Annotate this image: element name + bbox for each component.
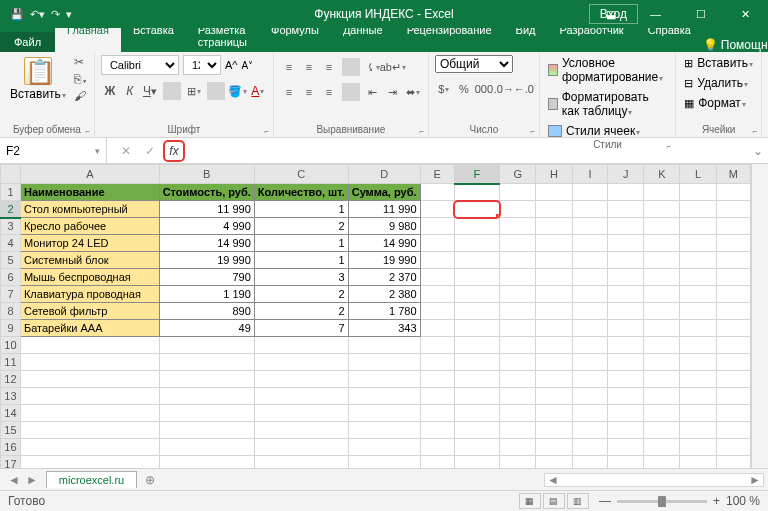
- cell-A13[interactable]: [20, 388, 159, 405]
- cell-E13[interactable]: [420, 388, 454, 405]
- row-header-16[interactable]: 16: [1, 439, 21, 456]
- format-painter-icon[interactable]: 🖌: [74, 89, 88, 103]
- cell-M14[interactable]: [716, 405, 751, 422]
- cell-F11[interactable]: [454, 354, 499, 371]
- cell-K17[interactable]: [644, 456, 680, 469]
- cell-K2[interactable]: [644, 201, 680, 218]
- cell-D16[interactable]: [348, 439, 420, 456]
- cell-F8[interactable]: [454, 303, 499, 320]
- cell-B4[interactable]: 14 990: [159, 235, 254, 252]
- cell-C12[interactable]: [254, 371, 348, 388]
- row-header-17[interactable]: 17: [1, 456, 21, 469]
- cell-J12[interactable]: [608, 371, 644, 388]
- cancel-formula-icon[interactable]: ✕: [115, 140, 137, 162]
- cell-H14[interactable]: [536, 405, 572, 422]
- cell-M2[interactable]: [716, 201, 751, 218]
- cell-M4[interactable]: [716, 235, 751, 252]
- name-box[interactable]: F2▾: [0, 138, 107, 163]
- row-header-13[interactable]: 13: [1, 388, 21, 405]
- cell-C7[interactable]: 2: [254, 286, 348, 303]
- decrease-decimal-icon[interactable]: ←.0: [515, 80, 533, 98]
- cell-C2[interactable]: 1: [254, 201, 348, 218]
- cell-K16[interactable]: [644, 439, 680, 456]
- row-header-3[interactable]: 3: [1, 218, 21, 235]
- cell-I15[interactable]: [572, 422, 608, 439]
- cell-I14[interactable]: [572, 405, 608, 422]
- cell-C11[interactable]: [254, 354, 348, 371]
- cell-H3[interactable]: [536, 218, 572, 235]
- col-header-A[interactable]: A: [20, 165, 159, 184]
- cell-I17[interactable]: [572, 456, 608, 469]
- col-header-G[interactable]: G: [500, 165, 536, 184]
- select-all-corner[interactable]: [1, 165, 21, 184]
- cell-F6[interactable]: [454, 269, 499, 286]
- cell-E14[interactable]: [420, 405, 454, 422]
- cell-E5[interactable]: [420, 252, 454, 269]
- cell-D13[interactable]: [348, 388, 420, 405]
- cell-A2[interactable]: Стол компьютерный: [20, 201, 159, 218]
- format-as-table-button[interactable]: Форматировать как таблицу: [546, 89, 669, 119]
- cell-M3[interactable]: [716, 218, 751, 235]
- cell-L14[interactable]: [680, 405, 716, 422]
- cell-F13[interactable]: [454, 388, 499, 405]
- row-header-9[interactable]: 9: [1, 320, 21, 337]
- page-break-view-icon[interactable]: ▥: [567, 493, 589, 509]
- zoom-out-icon[interactable]: —: [599, 494, 611, 508]
- font-size-select[interactable]: 12: [183, 55, 221, 75]
- cell-A6[interactable]: Мышь беспроводная: [20, 269, 159, 286]
- cell-K15[interactable]: [644, 422, 680, 439]
- vertical-scrollbar[interactable]: [751, 164, 768, 468]
- cell-L4[interactable]: [680, 235, 716, 252]
- expand-formula-bar-icon[interactable]: ⌄: [748, 144, 768, 158]
- cell-F15[interactable]: [454, 422, 499, 439]
- cell-G7[interactable]: [500, 286, 536, 303]
- cell-K7[interactable]: [644, 286, 680, 303]
- indent-right-icon[interactable]: ⇥: [384, 83, 402, 101]
- col-header-D[interactable]: D: [348, 165, 420, 184]
- cell-styles-button[interactable]: Стили ячеек: [546, 123, 642, 139]
- col-header-M[interactable]: M: [716, 165, 751, 184]
- cell-H15[interactable]: [536, 422, 572, 439]
- cell-B10[interactable]: [159, 337, 254, 354]
- cell-K8[interactable]: [644, 303, 680, 320]
- cell-M12[interactable]: [716, 371, 751, 388]
- cell-E7[interactable]: [420, 286, 454, 303]
- cell-G3[interactable]: [500, 218, 536, 235]
- align-right-icon[interactable]: ≡: [320, 83, 338, 101]
- cell-E8[interactable]: [420, 303, 454, 320]
- percent-icon[interactable]: %: [455, 80, 473, 98]
- cell-E11[interactable]: [420, 354, 454, 371]
- number-format-select[interactable]: Общий: [435, 55, 513, 73]
- cell-B5[interactable]: 19 990: [159, 252, 254, 269]
- cell-L11[interactable]: [680, 354, 716, 371]
- indent-left-icon[interactable]: ⇤: [364, 83, 382, 101]
- cell-L7[interactable]: [680, 286, 716, 303]
- cell-I2[interactable]: [572, 201, 608, 218]
- row-header-4[interactable]: 4: [1, 235, 21, 252]
- cell-J17[interactable]: [608, 456, 644, 469]
- row-header-15[interactable]: 15: [1, 422, 21, 439]
- cell-B17[interactable]: [159, 456, 254, 469]
- align-center-icon[interactable]: ≡: [300, 83, 318, 101]
- cell-H13[interactable]: [536, 388, 572, 405]
- cell-K13[interactable]: [644, 388, 680, 405]
- cell-L3[interactable]: [680, 218, 716, 235]
- cell-D10[interactable]: [348, 337, 420, 354]
- increase-font-icon[interactable]: A^: [225, 59, 238, 71]
- cell-J2[interactable]: [608, 201, 644, 218]
- row-header-1[interactable]: 1: [1, 184, 21, 201]
- cell-D15[interactable]: [348, 422, 420, 439]
- italic-icon[interactable]: К: [121, 82, 139, 100]
- cell-B7[interactable]: 1 190: [159, 286, 254, 303]
- cell-D3[interactable]: 9 980: [348, 218, 420, 235]
- cell-G15[interactable]: [500, 422, 536, 439]
- row-header-8[interactable]: 8: [1, 303, 21, 320]
- cell-F16[interactable]: [454, 439, 499, 456]
- decrease-font-icon[interactable]: A˅: [241, 60, 253, 71]
- merge-icon[interactable]: ⬌: [404, 83, 422, 101]
- cell-F10[interactable]: [454, 337, 499, 354]
- cell-I4[interactable]: [572, 235, 608, 252]
- cell-H10[interactable]: [536, 337, 572, 354]
- cell-K11[interactable]: [644, 354, 680, 371]
- undo-icon[interactable]: ↶▾: [30, 8, 45, 21]
